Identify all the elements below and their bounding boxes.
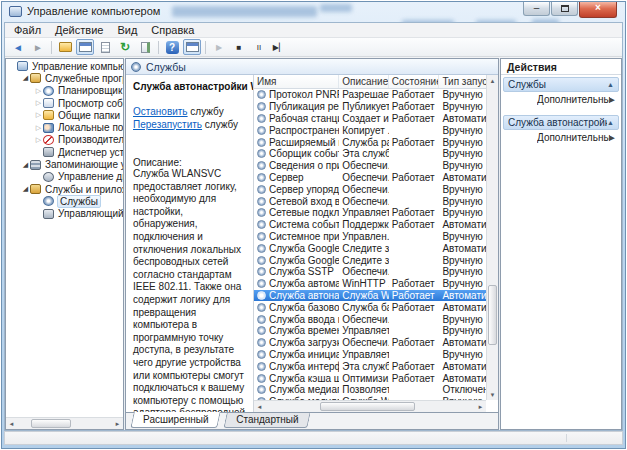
table-row[interactable]: Сетевые подклю...Управляет...РаботаетВру… — [254, 207, 486, 219]
table-row[interactable]: Служба медиапр...Позволяет...Отключена — [254, 384, 486, 396]
back-button[interactable]: ◄ — [9, 39, 27, 55]
start-service-button[interactable]: ▶ — [210, 39, 228, 55]
menu-file[interactable]: Файл — [7, 23, 48, 37]
collapse-icon[interactable]: ◢ — [21, 74, 30, 82]
table-row[interactable]: Протокол PNRPРазрешает...РаботаетВручную — [254, 89, 486, 101]
scroll-up-button[interactable]: ▲ — [487, 75, 498, 86]
table-row[interactable]: Служба кэша шр...Оптимизи...РаботаетАвто… — [254, 372, 486, 384]
table-row[interactable]: Служба SSTPОбеспечи...Вручную — [254, 266, 486, 278]
scroll-thumb[interactable] — [320, 402, 415, 411]
expand-icon[interactable]: ▷ — [34, 124, 43, 132]
table-row[interactable]: Системное прил...Управлен...Вручную — [254, 231, 486, 243]
tree-item-system-tools[interactable]: ◢Служебные программы — [6, 72, 123, 84]
actions-panel: Действия Службы▲Дополнительные дей...▶Сл… — [500, 58, 622, 430]
tree-horizontal-scrollbar[interactable]: ◄ ► — [6, 417, 123, 429]
tab-extended[interactable]: Расширенный — [130, 412, 221, 428]
actions-section-header[interactable]: Службы▲ — [503, 77, 619, 92]
list-horizontal-scrollbar[interactable]: ◄ ► — [254, 400, 486, 412]
export-list-button[interactable] — [136, 39, 154, 55]
table-row[interactable]: Служба базовой ...Служба ба...РаботаетАв… — [254, 301, 486, 313]
restart-service-button[interactable]: ▶▏ — [270, 39, 288, 55]
actions-section-title: Службы — [508, 79, 607, 90]
tree-item-shared-folders[interactable]: ▷Общие папки — [6, 109, 123, 121]
tree-item-services[interactable]: Службы — [6, 195, 123, 207]
collapse-icon[interactable]: ◢ — [21, 185, 30, 193]
scroll-right-button[interactable]: ► — [112, 418, 123, 429]
table-row[interactable]: Сетевой вход в си...Обеспечи...Вручную — [254, 195, 486, 207]
table-row[interactable]: Сведения о прил...Обеспечи...Вручную — [254, 160, 486, 172]
table-row[interactable]: Публикация ресу...Публикует...РаботаетВр… — [254, 101, 486, 113]
tree-item-wmi-control[interactable]: Управляющий элемен — [6, 208, 123, 220]
table-row[interactable]: Служба инициат...Управляет...Вручную — [254, 349, 486, 361]
scroll-right-button[interactable]: ► — [475, 401, 486, 412]
forward-button[interactable]: ► — [29, 39, 47, 55]
expand-icon[interactable]: ▷ — [34, 111, 43, 119]
refresh-button[interactable]: ↻ — [116, 39, 134, 55]
tree-item-computer-management-root[interactable]: Управление компьютером (л — [6, 60, 123, 72]
titlebar[interactable]: Управление компьютером –× — [2, 2, 625, 22]
actions-menu-item[interactable]: Дополнительные дей...▶ — [503, 130, 619, 145]
table-row[interactable]: Служба ввода пл...Обеспечи...Вручную — [254, 313, 486, 325]
stop-service-button[interactable]: ■ — [230, 39, 248, 55]
table-row[interactable]: Служба автонаст...Служба W...РаботаетАвт… — [254, 290, 486, 302]
table-row[interactable]: Служба Google U...Следите за...Автоматич… — [254, 242, 486, 254]
table-row[interactable]: Сервер упорядоч...Обеспечи...Вручную — [254, 183, 486, 195]
expand-icon[interactable]: ▷ — [34, 87, 43, 95]
table-row[interactable]: Служба загрузки ...Обеспечи...РаботаетАв… — [254, 337, 486, 349]
column-header-2[interactable]: Состояние — [389, 75, 440, 88]
menu-help[interactable]: Справка — [144, 23, 201, 37]
tree-item-services-and-apps[interactable]: ◢Службы и приложения — [6, 183, 123, 195]
help-button[interactable]: ? — [163, 39, 181, 55]
status-cell: Работает — [389, 219, 440, 231]
pause-service-button[interactable]: II — [250, 39, 268, 55]
document-button[interactable] — [96, 39, 114, 55]
table-row[interactable]: Служба автомати...WinHTTP ...РаботаетВру… — [254, 278, 486, 290]
scroll-thumb[interactable] — [31, 419, 71, 428]
show-action-pane-button[interactable] — [183, 39, 201, 55]
table-row[interactable]: СерверОбеспечи...РаботаетАвтоматически — [254, 172, 486, 184]
table-row[interactable]: Расширяемый п...Служба ра...РаботаетВруч… — [254, 136, 486, 148]
collapse-icon[interactable]: ◢ — [21, 161, 30, 169]
vertical-scrollbar[interactable]: ▲ ▼ — [486, 75, 498, 400]
tree-item-storage[interactable]: ◢Запоминающие устройст — [6, 158, 123, 170]
table-row[interactable]: Распространение...Копирует ...Вручную — [254, 124, 486, 136]
table-row[interactable]: Система событи...Поддержк...РаботаетАвто… — [254, 219, 486, 231]
actions-menu-item[interactable]: Дополнительные дей...▶ — [503, 92, 619, 107]
tree-item-device-manager[interactable]: Диспетчер устройств — [6, 146, 123, 158]
table-row[interactable]: Служба времени ...Управляет...Вручную — [254, 325, 486, 337]
tree-item-local-users[interactable]: ▷Локальные пользовате — [6, 121, 123, 133]
expand-icon[interactable]: ▷ — [34, 136, 43, 144]
startup-type-cell: Вручную — [439, 124, 486, 136]
menu-view[interactable]: Вид — [110, 23, 144, 37]
close-button[interactable]: × — [579, 2, 617, 18]
service-name-cell: Сетевой вход в си... — [254, 195, 339, 207]
service-name: Служба интерфе... — [269, 361, 339, 372]
table-row[interactable]: Служба Google U...Следите за...Вручную — [254, 254, 486, 266]
column-header-3[interactable]: Тип запуска — [439, 75, 486, 88]
scroll-left-button[interactable]: ◄ — [6, 418, 17, 429]
stop-service-link[interactable]: Остановить — [133, 106, 188, 117]
tab-standard[interactable]: Стандартный — [224, 413, 312, 428]
minimize-button[interactable]: – — [523, 2, 550, 16]
column-header-0[interactable]: Имя — [254, 75, 339, 88]
properties-button[interactable] — [76, 39, 94, 55]
tree-item-performance[interactable]: ▷Производительность — [6, 134, 123, 146]
menu-action[interactable]: Действие — [48, 23, 110, 37]
tree-item-disk-management[interactable]: Управление дисками — [6, 171, 123, 183]
description-cell: Обеспечи... — [339, 172, 389, 184]
column-header-1[interactable]: Описание — [339, 75, 389, 88]
tree-item-task-scheduler[interactable]: ▷Планировщик заданий — [6, 85, 123, 97]
scroll-down-button[interactable]: ▼ — [487, 389, 498, 400]
table-row[interactable]: Сборщик событи...Эта служб...Вручную — [254, 148, 486, 160]
scroll-thumb[interactable] — [488, 285, 497, 345]
restart-service-link[interactable]: Перезапустить — [133, 119, 202, 130]
table-row[interactable]: Служба интерфе...Эта служб...РаботаетАвт… — [254, 360, 486, 372]
maximize-button[interactable] — [551, 2, 578, 16]
table-row[interactable]: Рабочая станцияСоздает и ...РаботаетАвто… — [254, 113, 486, 125]
actions-section-header[interactable]: Служба автонастройки W...▲ — [503, 115, 619, 130]
expand-icon[interactable]: ▷ — [34, 99, 43, 107]
tree-item-event-viewer[interactable]: ▷Просмотр событий — [6, 97, 123, 109]
show-console-tree-button[interactable] — [56, 39, 74, 55]
scroll-left-button[interactable]: ◄ — [254, 401, 265, 412]
description-cell: Эта служб... — [339, 360, 389, 372]
